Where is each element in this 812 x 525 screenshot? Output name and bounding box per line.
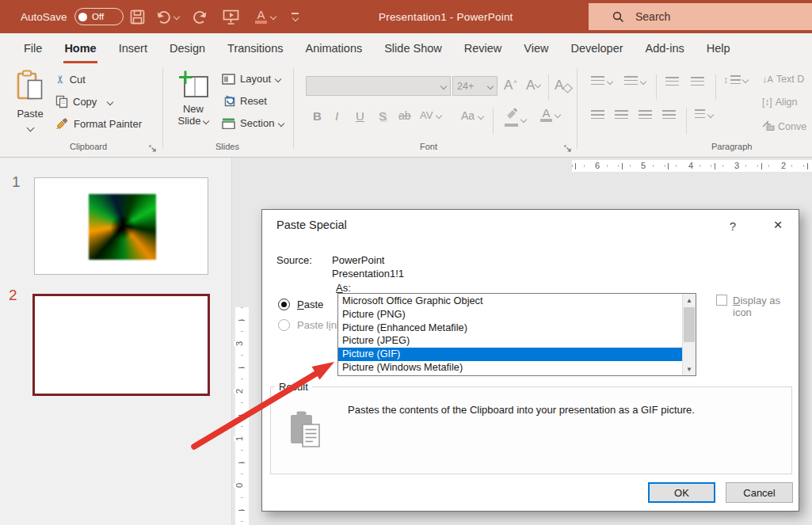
decrease-indent-button[interactable] bbox=[665, 76, 679, 90]
slides-group-label: Slides bbox=[215, 142, 239, 151]
customize-qat-button[interactable] bbox=[292, 0, 299, 33]
layout-label: Layout bbox=[240, 73, 271, 85]
list-option[interactable]: Picture (JPEG) bbox=[338, 334, 682, 348]
paste-dropdown-icon[interactable] bbox=[26, 124, 34, 132]
tab-design[interactable]: Design bbox=[158, 33, 216, 63]
undo-dropdown-icon[interactable] bbox=[173, 13, 180, 20]
text-highlight-button[interactable] bbox=[505, 108, 526, 127]
font-group-label: Font bbox=[420, 142, 437, 151]
ok-button[interactable]: OK bbox=[648, 482, 715, 503]
scroll-down-icon[interactable]: ▼ bbox=[683, 363, 696, 375]
paste-button[interactable]: Paste bbox=[10, 70, 51, 134]
new-slide-button[interactable]: New Slide bbox=[171, 70, 215, 127]
convert-smartart-button[interactable]: Conve bbox=[762, 120, 806, 133]
character-spacing-button[interactable]: AV bbox=[420, 109, 441, 121]
paragraph-group-label: Paragraph bbox=[711, 142, 752, 151]
columns-icon bbox=[695, 109, 705, 120]
bold-button[interactable]: B bbox=[313, 109, 322, 123]
tab-view[interactable]: View bbox=[513, 33, 559, 63]
autosave-toggle[interactable]: Off bbox=[74, 0, 124, 33]
group-divider bbox=[577, 68, 578, 149]
align-center-button[interactable] bbox=[615, 109, 628, 124]
font-size-combobox[interactable]: 24+ bbox=[452, 76, 497, 96]
redo-button[interactable] bbox=[193, 0, 208, 33]
change-case-button[interactable]: Aa bbox=[461, 109, 483, 122]
section-button[interactable]: Section bbox=[222, 117, 284, 129]
slide-1-thumbnail[interactable] bbox=[34, 177, 208, 275]
change-case-label: Aa bbox=[461, 109, 475, 122]
paste-radio[interactable] bbox=[278, 299, 290, 310]
font-color-qat-button[interactable]: A bbox=[255, 0, 276, 33]
copy-button[interactable]: Copy bbox=[55, 95, 112, 108]
align-right-button[interactable] bbox=[639, 109, 652, 124]
font-color-dropdown-icon[interactable] bbox=[270, 13, 276, 20]
tab-help[interactable]: Help bbox=[696, 33, 741, 63]
align-text-button[interactable]: [↕] Align bbox=[762, 97, 797, 108]
paste-link-radio-label[interactable]: Paste link bbox=[297, 319, 341, 331]
customize-chevron-icon bbox=[292, 15, 298, 21]
cut-icon: ✂ bbox=[54, 74, 67, 84]
tab-add-ins[interactable]: Add-ins bbox=[635, 33, 696, 63]
search-input[interactable]: Search bbox=[589, 3, 812, 30]
copy-dropdown-icon[interactable] bbox=[107, 98, 113, 105]
numbering-button[interactable] bbox=[624, 76, 646, 86]
ruler-number: 2 bbox=[234, 389, 245, 394]
font-color-dropdown-icon bbox=[555, 112, 561, 118]
tab-slide-show[interactable]: Slide Show bbox=[373, 33, 453, 63]
format-painter-button[interactable]: Format Painter bbox=[55, 117, 142, 130]
font-name-combobox[interactable] bbox=[306, 76, 451, 96]
tab-review[interactable]: Review bbox=[453, 33, 513, 63]
display-as-icon-checkbox[interactable] bbox=[716, 295, 727, 306]
cancel-button[interactable]: Cancel bbox=[726, 482, 793, 503]
italic-label: I bbox=[335, 109, 338, 123]
tab-home[interactable]: Home bbox=[53, 33, 107, 63]
save-button[interactable] bbox=[130, 0, 145, 33]
tab-animations[interactable]: Animations bbox=[294, 33, 373, 63]
paste-radio-label[interactable]: Paste bbox=[297, 299, 323, 310]
bullets-button[interactable] bbox=[591, 76, 612, 86]
tab-file[interactable]: File bbox=[13, 33, 53, 63]
copy-label: Copy bbox=[73, 96, 97, 108]
display-as-icon-label[interactable]: Display as icon bbox=[733, 295, 799, 318]
font-color-icon: A bbox=[255, 10, 267, 24]
strikethrough-button[interactable]: ab bbox=[398, 109, 411, 122]
listbox-scrollbar[interactable]: ▲ ▼ bbox=[682, 294, 696, 375]
reset-icon bbox=[222, 95, 235, 107]
columns-button[interactable] bbox=[695, 109, 713, 120]
close-icon[interactable]: × bbox=[764, 214, 791, 236]
text-direction-button[interactable]: ↓A Text D bbox=[762, 73, 804, 85]
source-app: PowerPoint bbox=[332, 254, 384, 266]
autosave-pill[interactable]: Off bbox=[74, 8, 124, 25]
list-option[interactable]: Picture (GIF) bbox=[338, 348, 682, 361]
tab-insert[interactable]: Insert bbox=[108, 33, 158, 63]
reset-button[interactable]: Reset bbox=[222, 95, 267, 107]
align-left-button[interactable] bbox=[591, 109, 604, 124]
layout-button[interactable]: Layout bbox=[222, 73, 280, 85]
undo-button[interactable] bbox=[155, 0, 179, 33]
start-slideshow-button[interactable] bbox=[223, 0, 239, 33]
scrollbar-thumb[interactable] bbox=[684, 307, 695, 342]
list-option[interactable]: Microsoft Office Graphic Object bbox=[338, 295, 682, 308]
list-option[interactable]: Picture (Windows Metafile) bbox=[338, 361, 682, 375]
cut-button[interactable]: ✂ Cut bbox=[55, 73, 86, 86]
decrease-font-size-button[interactable]: A bbox=[526, 78, 540, 93]
line-spacing-button[interactable]: ↕ bbox=[723, 74, 748, 86]
tab-developer[interactable]: Developer bbox=[559, 33, 634, 63]
increase-font-size-button[interactable]: A^ bbox=[504, 78, 517, 93]
help-icon[interactable]: ? bbox=[724, 217, 741, 234]
font-dialog-launcher[interactable] bbox=[564, 143, 573, 151]
scroll-up-icon[interactable]: ▲ bbox=[683, 294, 696, 306]
justify-button[interactable] bbox=[662, 109, 676, 124]
clipboard-dialog-launcher[interactable] bbox=[149, 143, 158, 151]
paste-link-radio[interactable] bbox=[278, 319, 290, 331]
text-shadow-button[interactable]: S bbox=[379, 109, 387, 123]
list-option[interactable]: Picture (PNG) bbox=[338, 308, 682, 321]
increase-indent-button[interactable] bbox=[691, 76, 704, 90]
slide-2-thumbnail[interactable] bbox=[32, 294, 210, 396]
clear-formatting-button[interactable]: A bbox=[555, 78, 571, 93]
font-color-button[interactable]: A bbox=[540, 108, 560, 122]
list-option[interactable]: Picture (Enhanced Metafile) bbox=[338, 321, 682, 335]
italic-button[interactable]: I bbox=[335, 109, 338, 123]
underline-button[interactable]: U bbox=[356, 109, 364, 123]
tab-transitions[interactable]: Transitions bbox=[216, 33, 294, 63]
